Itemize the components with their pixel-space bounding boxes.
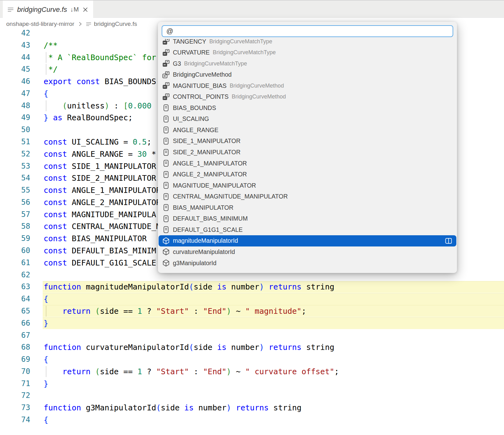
symbol-item[interactable]: MAGNITUDE_BIAS BridgingCurveMethod bbox=[159, 80, 456, 91]
symbol-item[interactable]: SIDE_1_MANIPULATOR bbox=[159, 136, 456, 147]
symbol-label: SIDE_2_MANIPULATOR bbox=[173, 149, 240, 156]
code-line[interactable]: 64 { bbox=[0, 293, 504, 305]
close-icon[interactable] bbox=[82, 7, 88, 13]
code-line[interactable]: 70 return (side == 1 ? "Start" : "End") … bbox=[0, 366, 504, 378]
line-number: 74 bbox=[0, 414, 30, 426]
code-text: { bbox=[44, 353, 48, 366]
code-line[interactable]: 68 function curvatureManipulatorId(side … bbox=[0, 341, 504, 353]
code-line[interactable]: 66 } bbox=[0, 317, 504, 329]
line-number: 69 bbox=[0, 353, 30, 366]
code-text: const BIAS_MANIPULATOR bbox=[44, 232, 147, 245]
line-number: 70 bbox=[0, 366, 30, 378]
constant-icon bbox=[162, 204, 170, 211]
code-line[interactable]: 74 { bbox=[0, 414, 504, 426]
line-number: 43 bbox=[0, 39, 30, 51]
symbol-label: CENTRAL_MAGNITUDE_MANIPULATOR bbox=[173, 193, 288, 200]
breadcrumb-folder[interactable]: onshape-std-library-mirror bbox=[6, 21, 74, 27]
symbol-item[interactable]: g3ManipulatorId bbox=[159, 257, 456, 269]
symbol-item[interactable]: CURVATURE BridgingCurveMatchType bbox=[159, 47, 456, 58]
symbol-label: CURVATURE bbox=[173, 49, 210, 56]
symbol-item[interactable]: BIAS_MANIPULATOR bbox=[159, 202, 456, 213]
symbol-detail: BridgingCurveMatchType bbox=[209, 38, 272, 45]
code-text: const DEFAULT_BIAS_MINIM bbox=[44, 245, 156, 257]
line-number: 57 bbox=[0, 208, 30, 221]
symbol-label: ANGLE_RANGE bbox=[173, 127, 218, 134]
code-text: return (side == 1 ? "Start" : "End") ~ "… bbox=[44, 366, 339, 378]
symbol-item[interactable]: SIDE_2_MANIPULATOR bbox=[159, 147, 456, 158]
code-text: const MAGNITUDE_MANIPULA bbox=[44, 208, 156, 221]
line-number: 61 bbox=[0, 257, 30, 269]
code-line[interactable]: 69 { bbox=[0, 353, 504, 366]
breadcrumb-file[interactable]: bridgingCurve.fs bbox=[94, 21, 137, 27]
enum-member-icon bbox=[162, 93, 170, 101]
symbol-label: SIDE_1_MANIPULATOR bbox=[173, 137, 240, 145]
symbol-item[interactable]: UI_SCALING bbox=[159, 113, 456, 125]
constant-icon bbox=[162, 149, 170, 156]
symbol-label: G3 bbox=[173, 60, 181, 67]
symbol-item[interactable]: DEFAULT_BIAS_MINIMUM bbox=[159, 213, 456, 224]
symbol-label: g3ManipulatorId bbox=[173, 260, 216, 267]
method-icon bbox=[162, 237, 170, 245]
symbol-picker-overlay: TANGENCY BridgingCurveMatchType CURVATUR… bbox=[158, 22, 457, 273]
chevron-right-icon bbox=[77, 21, 83, 27]
code-text: { bbox=[44, 293, 48, 305]
line-number: 59 bbox=[0, 232, 30, 245]
code-line[interactable]: 65 return (side == 1 ? "Start" : "End") … bbox=[0, 305, 504, 317]
symbol-item[interactable]: curvatureManipulatorId bbox=[159, 246, 456, 257]
code-line[interactable]: 73 function g3ManipulatorId(side is numb… bbox=[0, 402, 504, 414]
symbol-item[interactable]: G3 BridgingCurveMatchType bbox=[159, 58, 456, 69]
line-number: 73 bbox=[0, 402, 30, 414]
constant-icon bbox=[162, 104, 170, 112]
symbol-picker-header bbox=[158, 22, 457, 39]
symbol-item[interactable]: ANGLE_1_MANIPULATOR bbox=[159, 158, 456, 169]
symbol-label: DEFAULT_BIAS_MINIMUM bbox=[173, 215, 248, 222]
line-number: 58 bbox=[0, 220, 30, 232]
symbol-search-input[interactable] bbox=[162, 25, 453, 37]
code-text: */ bbox=[44, 63, 58, 75]
symbol-item[interactable]: magnitudeManipulatorId bbox=[159, 235, 456, 246]
file-icon bbox=[86, 21, 92, 27]
code-text: const SIDE_2_MANIPULATOR bbox=[44, 172, 156, 184]
open-to-side-button[interactable] bbox=[445, 237, 453, 245]
tab-bar: bridgingCurve.fs ↓M bbox=[0, 0, 504, 18]
symbol-item[interactable]: ANGLE_RANGE bbox=[159, 124, 456, 136]
line-number: 71 bbox=[0, 378, 30, 390]
constant-icon bbox=[162, 226, 170, 233]
code-text: function g3ManipulatorId(side is number)… bbox=[44, 402, 302, 414]
constant-icon bbox=[162, 193, 170, 200]
vscode-window: bridgingCurve.fs ↓M onshape-std-library-… bbox=[0, 0, 504, 435]
symbol-item[interactable]: CONTROL_POINTS BridgingCurveMethod bbox=[159, 91, 456, 103]
code-text: const ANGLE_2_MANIPULATOR bbox=[44, 196, 161, 208]
code-text: } bbox=[44, 378, 48, 390]
tab-bridgingcurve[interactable]: bridgingCurve.fs ↓M bbox=[3, 1, 93, 18]
code-line[interactable]: 63 function magnitudeManipulatorId(side … bbox=[0, 281, 504, 293]
code-line[interactable]: 67 bbox=[0, 329, 504, 342]
enum-member-icon bbox=[162, 60, 170, 67]
line-number: 60 bbox=[0, 245, 30, 257]
code-text: } as RealBoundSpec; bbox=[44, 112, 133, 124]
line-number: 47 bbox=[0, 88, 30, 100]
code-line[interactable]: 72 bbox=[0, 390, 504, 402]
code-line[interactable]: 71 } bbox=[0, 378, 504, 390]
line-number: 49 bbox=[0, 112, 30, 124]
symbol-item[interactable]: DEFAULT_G1G1_SCALE bbox=[159, 224, 456, 235]
constant-icon bbox=[162, 171, 170, 178]
code-text: export const BIAS_BOUNDS bbox=[44, 75, 156, 88]
constant-icon bbox=[162, 137, 170, 145]
line-number: 48 bbox=[0, 100, 30, 112]
code-text: const ANGLE_RANGE = 30 * bbox=[44, 148, 156, 160]
git-modified-badge: ↓M bbox=[70, 6, 79, 13]
symbol-item[interactable]: BridgingCurveMethod bbox=[159, 69, 456, 80]
code-text: return (side == 1 ? "Start" : "End") ~ "… bbox=[44, 305, 306, 317]
symbol-item[interactable]: CENTRAL_MAGNITUDE_MANIPULATOR bbox=[159, 191, 456, 202]
symbol-item[interactable]: BIAS_BOUNDS bbox=[159, 102, 456, 113]
code-text: const DEFAULT_G1G1_SCALE bbox=[44, 257, 156, 269]
symbol-detail: BridgingCurveMatchType bbox=[184, 60, 247, 67]
constant-icon bbox=[162, 182, 170, 189]
code-text: } bbox=[44, 317, 48, 329]
line-number: 67 bbox=[0, 329, 30, 342]
symbol-label: MAGNITUDE_MANIPULATOR bbox=[173, 182, 256, 189]
symbol-item[interactable]: MAGNITUDE_MANIPULATOR bbox=[159, 180, 456, 191]
symbol-item[interactable]: ANGLE_2_MANIPULATOR bbox=[159, 169, 456, 180]
line-number: 51 bbox=[0, 136, 30, 148]
